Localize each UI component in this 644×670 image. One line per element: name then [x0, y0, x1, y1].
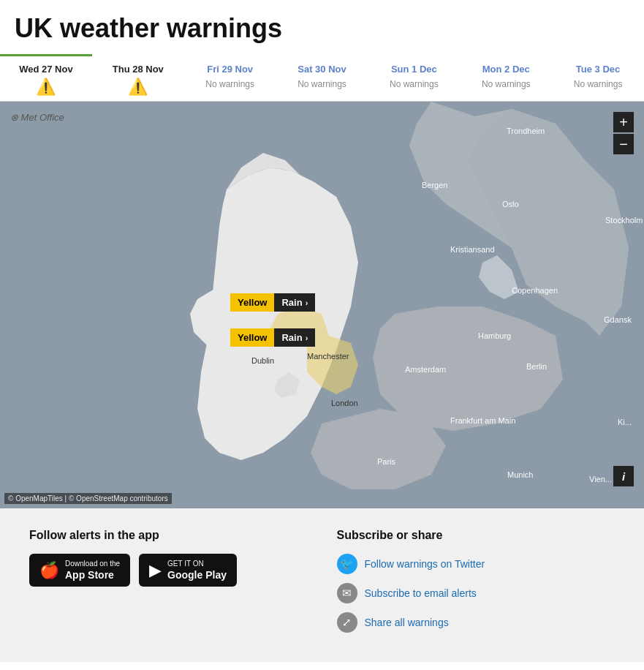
share-email[interactable]: ✉ Subscribe to email alerts — [337, 583, 615, 603]
map-zoom-controls: + − — [613, 112, 634, 154]
tab-fri29-status: No warnings — [189, 79, 272, 89]
tab-fri29-label: Fri 29 Nov — [189, 64, 272, 75]
tab-thu28-icon: ⚠️ — [96, 79, 180, 95]
warning-badge-2-color: Yellow — [230, 328, 274, 347]
app-store-label-big: App Store — [65, 568, 120, 581]
page-title: UK weather warnings — [0, 0, 644, 54]
footer-app-title: Follow alerts in the app — [29, 529, 308, 542]
google-play-badge[interactable]: ▶ GET IT ON Google Play — [139, 554, 237, 587]
svg-text:Trondheim: Trondheim — [507, 127, 545, 135]
tab-sun1[interactable]: Sun 1 Dec No warnings — [368, 54, 460, 101]
share-links: 🐦 Follow warnings on Twitter ✉ Subscribe… — [337, 554, 615, 633]
email-link[interactable]: Subscribe to email alerts — [365, 587, 477, 599]
tab-thu28[interactable]: Thu 28 Nov ⚠️ — [92, 54, 184, 101]
app-badges: 🍎 Download on the App Store ▶ GET IT ON … — [29, 554, 308, 587]
met-office-logo: ⊗ Met Office — [10, 112, 64, 123]
tab-sun1-status: No warnings — [372, 79, 455, 89]
svg-text:Frankfurt am Main: Frankfurt am Main — [450, 416, 515, 425]
app-store-label-small: Download on the — [65, 559, 120, 568]
google-play-icon: ▶ — [149, 561, 162, 580]
share-icon: ⤢ — [337, 612, 357, 633]
map-info-button[interactable]: i — [613, 466, 634, 486]
google-play-label-big: Google Play — [167, 568, 227, 581]
tab-fri29[interactable]: Fri 29 Nov No warnings — [184, 54, 276, 101]
footer-app-section: Follow alerts in the app 🍎 Download on t… — [29, 529, 308, 641]
svg-text:Bergen: Bergen — [422, 181, 447, 189]
svg-text:Kristiansand: Kristiansand — [450, 245, 495, 254]
twitter-link[interactable]: Follow warnings on Twitter — [365, 558, 485, 570]
tab-tue3-label: Tue 3 Dec — [556, 64, 640, 75]
zoom-in-button[interactable]: + — [613, 112, 634, 132]
tab-sat30[interactable]: Sat 30 Nov No warnings — [276, 54, 368, 101]
svg-text:Ki...: Ki... — [618, 418, 632, 426]
apple-icon: 🍎 — [39, 561, 59, 580]
tab-mon2-status: No warnings — [464, 79, 548, 89]
warning-badge-1-type: Rain › — [274, 293, 315, 312]
tab-wed27-icon: ⚠️ — [4, 79, 88, 95]
tab-thu28-label: Thu 28 Nov — [96, 64, 180, 75]
tab-mon2-label: Mon 2 Dec — [464, 64, 548, 75]
svg-text:Manchester: Manchester — [307, 352, 349, 361]
twitter-icon: 🐦 — [337, 554, 357, 574]
tab-sat30-label: Sat 30 Nov — [281, 64, 364, 75]
footer-share-title: Subscribe or share — [337, 529, 615, 542]
svg-text:Munich: Munich — [507, 470, 533, 479]
svg-text:Stockholm: Stockholm — [605, 216, 643, 225]
tab-tue3-status: No warnings — [556, 79, 640, 89]
svg-text:Amsterdam: Amsterdam — [405, 365, 446, 374]
share-twitter[interactable]: 🐦 Follow warnings on Twitter — [337, 554, 615, 574]
footer-share-section: Subscribe or share 🐦 Follow warnings on … — [337, 529, 615, 641]
svg-text:Gdansk: Gdansk — [604, 315, 632, 324]
app-store-badge[interactable]: 🍎 Download on the App Store — [29, 554, 130, 587]
date-tabs: Wed 27 Nov ⚠️ Thu 28 Nov ⚠️ Fri 29 Nov N… — [0, 54, 644, 102]
svg-text:Oslo: Oslo — [502, 200, 519, 208]
tab-mon2[interactable]: Mon 2 Dec No warnings — [460, 54, 552, 101]
share-all-link[interactable]: Share all warnings — [365, 617, 449, 628]
svg-text:Dublin: Dublin — [251, 356, 274, 365]
warning-badge-1[interactable]: Yellow Rain › — [230, 293, 315, 312]
warning-badge-2[interactable]: Yellow Rain › — [230, 328, 315, 347]
svg-text:Berlin: Berlin — [526, 362, 547, 371]
tab-wed27[interactable]: Wed 27 Nov ⚠️ — [0, 54, 92, 101]
svg-text:Paris: Paris — [377, 457, 396, 466]
zoom-out-button[interactable]: − — [613, 134, 634, 154]
google-play-label-small: GET IT ON — [167, 559, 227, 568]
warning-badge-2-type: Rain › — [274, 328, 315, 347]
svg-text:Hamburg: Hamburg — [478, 331, 511, 340]
tab-tue3[interactable]: Tue 3 Dec No warnings — [552, 54, 644, 101]
svg-text:London: London — [331, 399, 358, 407]
share-all[interactable]: ⤢ Share all warnings — [337, 612, 615, 633]
svg-text:Vien...: Vien... — [589, 475, 612, 483]
tab-wed27-label: Wed 27 Nov — [4, 64, 88, 75]
email-icon: ✉ — [337, 583, 357, 603]
svg-text:Copenhagen: Copenhagen — [512, 286, 558, 295]
map-attribution: © OpenMapTiles | © OpenStreetMap contrib… — [4, 493, 172, 504]
tab-sun1-label: Sun 1 Dec — [372, 64, 455, 75]
weather-map[interactable]: Trondheim Bergen Oslo Stockholm Kristian… — [0, 102, 644, 508]
warning-badge-1-color: Yellow — [230, 293, 274, 312]
footer: Follow alerts in the app 🍎 Download on t… — [0, 508, 644, 662]
tab-sat30-status: No warnings — [281, 79, 364, 89]
